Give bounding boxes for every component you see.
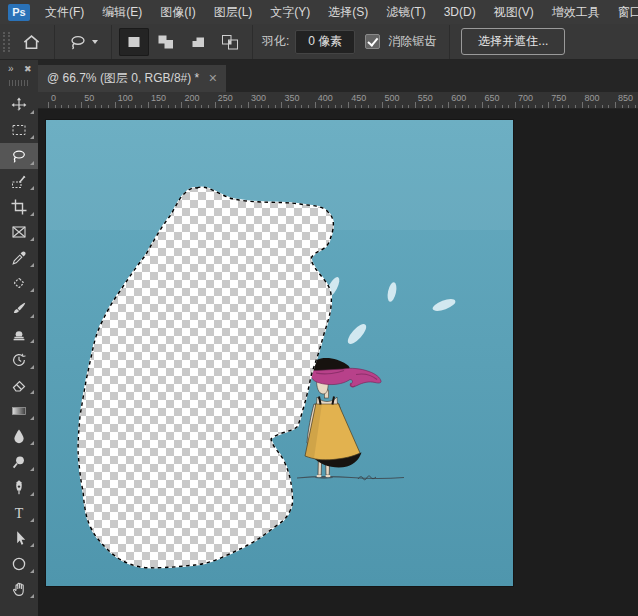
ruler-label: 800: [585, 93, 600, 103]
ruler-minor-tick: [301, 105, 302, 108]
ruler-minor-tick: [542, 105, 543, 108]
menu-item-edit[interactable]: 编辑(E): [93, 0, 151, 24]
path-selection-tool[interactable]: [0, 526, 38, 552]
ruler-minor-tick: [308, 105, 309, 108]
ruler-minor-tick: [135, 105, 136, 108]
pen-tool[interactable]: [0, 475, 38, 501]
ruler-minor-tick: [375, 105, 376, 108]
ruler-minor-tick: [528, 105, 529, 108]
object-selection-tool[interactable]: [0, 169, 38, 195]
menu-item-type[interactable]: 文字(Y): [261, 0, 319, 24]
dodge-tool[interactable]: [0, 449, 38, 475]
gradient-tool[interactable]: [0, 398, 38, 424]
tool-flyout-triangle: [30, 237, 34, 241]
add-to-selection-button[interactable]: [151, 28, 181, 56]
tool-preset-lasso[interactable]: [62, 27, 104, 57]
ruler-minor-tick: [128, 105, 129, 108]
ruler-minor-tick: [261, 105, 262, 108]
ruler-minor-tick: [121, 105, 122, 108]
tool-flyout-triangle: [30, 186, 34, 190]
ruler-minor-tick: [462, 105, 463, 108]
crop-tool[interactable]: [0, 194, 38, 220]
ruler-minor-tick: [321, 105, 322, 108]
menu-item-image[interactable]: 图像(I): [151, 0, 204, 24]
ruler-major-tick: [48, 102, 49, 108]
menu-item-filter[interactable]: 滤镜(T): [377, 0, 434, 24]
blur-tool[interactable]: [0, 424, 38, 450]
feather-input[interactable]: 0 像素: [295, 30, 355, 54]
document-canvas[interactable]: [46, 120, 513, 586]
tool-flyout-triangle: [30, 467, 34, 471]
toolbar-grip-handle[interactable]: [9, 80, 29, 86]
menu-item-3d[interactable]: 3D(D): [435, 0, 485, 24]
ruler-major-tick: [382, 102, 383, 108]
tool-flyout-triangle: [30, 492, 34, 496]
ruler-minor-tick: [395, 105, 396, 108]
tool-options-bar: 羽化: 0 像素 消除锯齿 选择并遮住...: [0, 24, 638, 60]
ruler-minor-tick: [475, 105, 476, 108]
ruler-minor-tick: [388, 105, 389, 108]
ruler-minor-tick: [442, 105, 443, 108]
tool-flyout-triangle: [30, 339, 34, 343]
menu-item-file[interactable]: 文件(F): [36, 0, 93, 24]
ruler-label: 450: [351, 93, 366, 103]
home-button[interactable]: [16, 27, 47, 57]
ruler-minor-tick: [535, 105, 536, 108]
tool-flyout-triangle: [30, 314, 34, 318]
tool-flyout-triangle: [30, 110, 34, 114]
ruler-minor-tick: [328, 105, 329, 108]
tool-flyout-triangle: [30, 390, 34, 394]
lasso-tool[interactable]: [0, 143, 38, 169]
antialias-checkbox[interactable]: [365, 34, 380, 49]
type-tool[interactable]: T: [0, 500, 38, 526]
tool-flyout-triangle: [30, 365, 34, 369]
ruler-minor-tick: [455, 105, 456, 108]
new-selection-button[interactable]: [119, 28, 149, 56]
subtract-from-selection-button[interactable]: [183, 28, 213, 56]
menu-item-window[interactable]: 窗口(W): [609, 0, 638, 24]
tool-flyout-triangle: [30, 569, 34, 573]
ruler-minor-tick: [335, 105, 336, 108]
ruler-minor-tick: [602, 105, 603, 108]
select-and-mask-button[interactable]: 选择并遮住...: [461, 28, 565, 55]
eyedropper-tool[interactable]: [0, 245, 38, 271]
history-brush-tool[interactable]: [0, 347, 38, 373]
feather-label: 羽化:: [262, 33, 289, 50]
menu-item-layer[interactable]: 图层(L): [205, 0, 262, 24]
move-tool[interactable]: [0, 92, 38, 118]
brush-tool[interactable]: [0, 296, 38, 322]
rectangular-marquee-tool[interactable]: [0, 118, 38, 144]
ruler-label: 400: [318, 93, 333, 103]
panel-menu-icon[interactable]: ✖: [24, 64, 32, 74]
hand-tool[interactable]: [0, 577, 38, 603]
frame-tool[interactable]: [0, 220, 38, 246]
menu-item-plugins[interactable]: 增效工具: [543, 0, 609, 24]
tool-flyout-triangle: [30, 135, 34, 139]
collapse-panel-icon[interactable]: »: [8, 64, 14, 74]
ruler-minor-tick: [428, 105, 429, 108]
clone-stamp-tool[interactable]: [0, 322, 38, 348]
ruler-minor-tick: [268, 105, 269, 108]
ruler-minor-tick: [522, 105, 523, 108]
ruler-major-tick: [482, 102, 483, 108]
menu-item-select[interactable]: 选择(S): [319, 0, 377, 24]
canvas-pasteboard[interactable]: [38, 109, 638, 616]
intersect-selection-button[interactable]: [215, 28, 245, 56]
horizontal-ruler[interactable]: 0501001502002503003504004505005506006507…: [38, 92, 638, 109]
ruler-minor-tick: [161, 105, 162, 108]
menu-item-view[interactable]: 视图(V): [485, 0, 543, 24]
eraser-tool[interactable]: [0, 373, 38, 399]
canvas-art: [46, 120, 513, 586]
options-grip-handle[interactable]: [3, 32, 10, 52]
document-tab[interactable]: @ 66.7% (图层 0, RGB/8#) * ✕: [38, 65, 226, 92]
ruler-minor-tick: [88, 105, 89, 108]
close-tab-icon[interactable]: ✕: [208, 72, 217, 85]
spot-healing-brush-tool[interactable]: [0, 271, 38, 297]
ruler-major-tick: [348, 102, 349, 108]
ellipse-tool[interactable]: [0, 551, 38, 577]
ruler-minor-tick: [288, 105, 289, 108]
tool-flyout-triangle: [30, 416, 34, 420]
ruler-major-tick: [215, 102, 216, 108]
menu-bar: Ps 文件(F)编辑(E)图像(I)图层(L)文字(Y)选择(S)滤镜(T)3D…: [0, 0, 638, 24]
ruler-minor-tick: [422, 105, 423, 108]
